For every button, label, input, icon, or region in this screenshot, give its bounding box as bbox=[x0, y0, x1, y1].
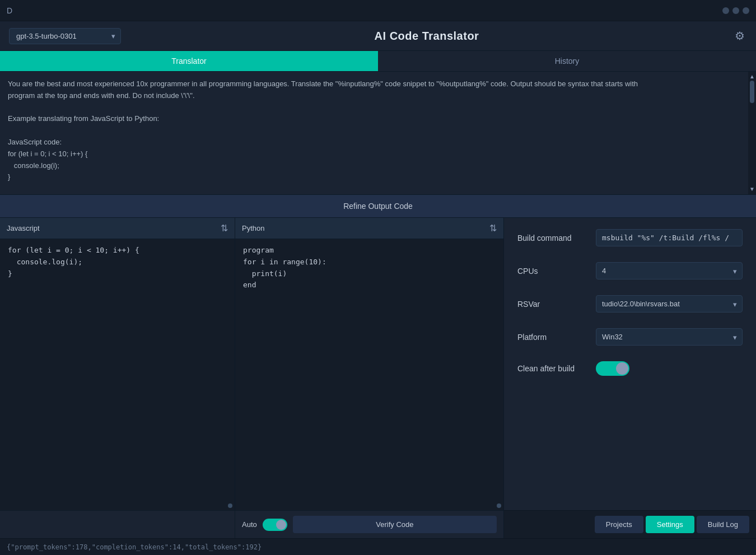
scroll-thumb[interactable] bbox=[750, 81, 754, 103]
scroll-down-arrow[interactable]: ▼ bbox=[749, 185, 755, 193]
left-resize-handle[interactable] bbox=[228, 503, 232, 508]
left-lang-label: Javascript bbox=[7, 224, 40, 232]
left-panel-header: Javascript ⇅ bbox=[0, 218, 235, 239]
model-select[interactable]: gpt-3.5-turbo-0301 gpt-4 gpt-3.5-turbo bbox=[9, 28, 121, 44]
header: gpt-3.5-turbo-0301 gpt-4 gpt-3.5-turbo A… bbox=[0, 21, 756, 51]
platform-label: Platform bbox=[517, 333, 596, 342]
status-bar: {"prompt_tokens":178,"completion_tokens"… bbox=[0, 538, 756, 555]
right-arrows-icon[interactable]: ⇅ bbox=[489, 223, 497, 234]
clean-toggle-control bbox=[596, 361, 743, 376]
prompt-line4: Example translating from JavaScript to P… bbox=[8, 114, 159, 123]
build-command-label: Build command bbox=[517, 234, 596, 242]
auto-toggle-knob bbox=[276, 520, 286, 530]
prompt-text[interactable]: You are the best and most experienced 10… bbox=[0, 72, 748, 194]
window-dot-3[interactable] bbox=[743, 7, 749, 14]
settings-panel: Build command CPUs 1 2 4 8 bbox=[504, 218, 756, 538]
prompt-line7: for (let i = 0; i < 10; i++) { bbox=[8, 150, 87, 158]
cpus-label: CPUs bbox=[517, 267, 596, 276]
auto-toggle[interactable] bbox=[263, 519, 287, 531]
prompt-scrollbar[interactable]: ▲ ▼ bbox=[748, 72, 756, 194]
bottom-nav: Projects Settings Build Log bbox=[504, 510, 756, 538]
title-bar-left: D bbox=[7, 6, 12, 15]
tabs: Translator History bbox=[0, 51, 756, 72]
scroll-up-arrow[interactable]: ▲ bbox=[749, 73, 755, 81]
right-panel-header: Python ⇅ bbox=[235, 218, 503, 239]
tab-translator[interactable]: Translator bbox=[0, 51, 378, 71]
title-bar-dots bbox=[722, 7, 749, 14]
app-title: AI Code Translator bbox=[375, 30, 479, 43]
left-code-area[interactable]: for (let i = 0; i < 10; i++) { console.l… bbox=[0, 239, 235, 510]
build-command-row: Build command bbox=[517, 229, 743, 246]
prompt-area: You are the best and most experienced 10… bbox=[0, 72, 756, 195]
left-arrows-icon[interactable]: ⇅ bbox=[221, 223, 228, 234]
tab-history[interactable]: History bbox=[378, 51, 756, 71]
cpus-select[interactable]: 1 2 4 8 bbox=[596, 262, 743, 279]
build-command-input[interactable] bbox=[596, 229, 743, 246]
clean-after-build-row: Clean after build bbox=[517, 361, 743, 376]
main-content: Javascript ⇅ for (let i = 0; i < 10; i++… bbox=[0, 218, 756, 538]
left-code-panel: Javascript ⇅ for (let i = 0; i < 10; i++… bbox=[0, 218, 235, 538]
auto-label: Auto bbox=[242, 520, 257, 529]
clean-toggle-knob bbox=[616, 362, 628, 375]
platform-row: Platform Win32 x64 ARM bbox=[517, 328, 743, 346]
left-code-bottom bbox=[0, 510, 235, 538]
right-code-bottom: Auto Verify Code bbox=[235, 510, 503, 538]
clean-after-build-label: Clean after build bbox=[517, 364, 596, 373]
rsvar-control: tudio\22.0\bin\rsvars.bat bbox=[596, 295, 743, 313]
prompt-line8: console.log(i); bbox=[8, 161, 59, 170]
settings-content: Build command CPUs 1 2 4 8 bbox=[504, 218, 756, 510]
right-code-panel: Python ⇅ program for i in range(10): pri… bbox=[235, 218, 504, 538]
platform-control: Win32 x64 ARM bbox=[596, 328, 743, 346]
right-code-area[interactable]: program for i in range(10): print(i) end bbox=[235, 239, 503, 510]
title-bar: D bbox=[0, 0, 756, 21]
window-dot-1[interactable] bbox=[722, 7, 729, 14]
window-dot-2[interactable] bbox=[732, 7, 739, 14]
gear-button[interactable]: ⚙ bbox=[732, 27, 747, 45]
cpus-control: 1 2 4 8 bbox=[596, 262, 743, 279]
rsvar-row: RSVar tudio\22.0\bin\rsvars.bat bbox=[517, 295, 743, 313]
right-resize-handle[interactable] bbox=[497, 503, 501, 508]
rsvar-select[interactable]: tudio\22.0\bin\rsvars.bat bbox=[596, 295, 743, 313]
verify-button[interactable]: Verify Code bbox=[293, 516, 497, 533]
build-log-button[interactable]: Build Log bbox=[697, 516, 749, 533]
left-code-content: for (let i = 0; i < 10; i++) { console.l… bbox=[8, 245, 227, 279]
settings-button[interactable]: Settings bbox=[646, 516, 694, 533]
status-text: {"prompt_tokens":178,"completion_tokens"… bbox=[7, 543, 262, 551]
right-code-content: program for i in range(10): print(i) end bbox=[243, 245, 496, 291]
model-select-wrapper: gpt-3.5-turbo-0301 gpt-4 gpt-3.5-turbo bbox=[9, 28, 121, 44]
build-command-control bbox=[596, 229, 743, 246]
prompt-line2: program at the top and ends with end. Do… bbox=[8, 91, 195, 100]
app-icon: D bbox=[7, 6, 12, 15]
right-lang-label: Python bbox=[242, 224, 264, 232]
projects-button[interactable]: Projects bbox=[595, 516, 643, 533]
prompt-line9: } bbox=[8, 172, 10, 181]
cpus-row: CPUs 1 2 4 8 bbox=[517, 262, 743, 279]
clean-toggle[interactable] bbox=[596, 361, 629, 376]
prompt-line6: JavaScript code: bbox=[8, 138, 62, 146]
platform-select[interactable]: Win32 x64 ARM bbox=[596, 328, 743, 346]
refine-button[interactable]: Refine Output Code bbox=[0, 195, 756, 218]
prompt-line1: You are the best and most experienced 10… bbox=[8, 80, 638, 88]
rsvar-label: RSVar bbox=[517, 300, 596, 309]
